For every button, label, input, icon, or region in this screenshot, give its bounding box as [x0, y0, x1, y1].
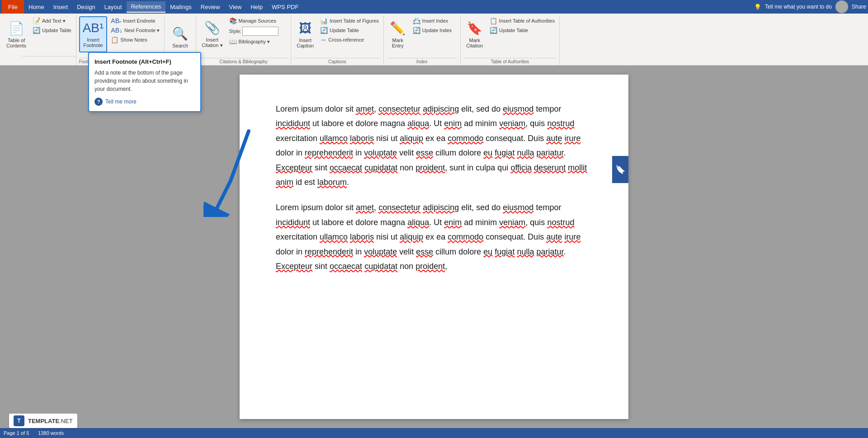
menu-references[interactable]: References [127, 1, 165, 13]
word-aliquip2: aliquip [400, 232, 423, 241]
show-notes-label: Show Notes [120, 37, 147, 42]
manage-sources-button[interactable]: 📚 Manage Sources [227, 16, 281, 25]
insert-caption-button[interactable]: 🖼 InsertCaption [294, 16, 316, 52]
toc-buttons: 📄 Table ofContents 📝 Add Text ▾ 🔄 Update… [4, 16, 73, 64]
update-table-auth-label: Update Table [499, 28, 528, 33]
insert-index-button[interactable]: 📇 Insert Index [411, 16, 453, 25]
user-avatar [835, 0, 848, 13]
bibliography-button[interactable]: 📖 Bibliography ▾ [227, 37, 281, 46]
word-aute2: aute [546, 232, 562, 241]
word-ullamco: ullamco [320, 134, 348, 143]
toc-sub-buttons: 📝 Add Text ▾ 🔄 Update Table [31, 16, 73, 35]
citations-sub: 📚 Manage Sources Style: 📖 Bibliography ▾ [227, 16, 281, 46]
word-excepteur: Excepteur [276, 163, 312, 172]
tell-me-input[interactable]: Tell me what you want to do [765, 4, 832, 10]
word-laborum: laborum [317, 178, 347, 187]
word-eiusmod2: eiusmod [503, 203, 533, 212]
bookmark-widget[interactable] [612, 156, 628, 183]
word-eiusmod: eiusmod [503, 104, 533, 113]
word-consectetur: consectetur [378, 104, 420, 113]
paragraph-2: Lorem ipsum dolor sit amet, consectetur … [276, 200, 592, 273]
insert-citation-label: InsertCitation ▾ [202, 37, 222, 48]
insert-table-auth-button[interactable]: 📋 Insert Table of Authorities [488, 16, 557, 25]
style-input[interactable] [242, 27, 278, 36]
word-fugiat2: fugiat [495, 247, 514, 256]
next-footnote-icon: AB↓ [111, 27, 123, 34]
menu-help[interactable]: Help [246, 2, 267, 12]
word-veniam: veniam [499, 119, 525, 128]
menu-home[interactable]: Home [24, 2, 49, 12]
mark-citation-button[interactable]: 🔖 MarkCitation [463, 16, 486, 52]
menu-review[interactable]: Review [196, 2, 225, 12]
insert-footnote-button[interactable]: AB¹ InsertFootnote [79, 16, 108, 52]
update-table-captions-button[interactable]: 🔄 Update Table [318, 26, 381, 35]
word-enim2: enim [444, 218, 462, 227]
group-table-of-contents: 📄 Table ofContents 📝 Add Text ▾ 🔄 Update… [1, 15, 76, 65]
menu-layout[interactable]: Layout [100, 2, 127, 12]
word-nostrud2: nostrud [547, 218, 574, 227]
word-proident2: proident [415, 262, 445, 271]
index-label-text: Index [416, 59, 427, 64]
menu-insert[interactable]: Insert [49, 2, 73, 12]
menu-mailings[interactable]: Mailings [165, 2, 196, 12]
insert-citation-icon: 📎 [204, 20, 220, 35]
search-button[interactable]: 🔍 Search [169, 19, 192, 55]
update-table-auth-button[interactable]: 🔄 Update Table [488, 26, 557, 35]
style-selector: Style: [227, 26, 281, 37]
tell-me-more-link[interactable]: ? Tell me more [94, 98, 195, 106]
update-index-label: Update Index [422, 28, 452, 33]
insert-endnote-label: Insert Endnote [123, 18, 156, 24]
authorities-label-text: Table of Authorities [491, 59, 529, 64]
menu-bar: File Home Insert Design Layout Reference… [0, 0, 868, 14]
index-group-label: Index [387, 58, 458, 64]
index-inner: ✏️ MarkEntry 📇 Insert Index 🔄 Update Ind… [387, 16, 458, 58]
update-auth-icon: 🔄 [490, 27, 497, 34]
next-footnote-label: Next Footnote ▾ [124, 28, 160, 33]
insert-index-icon: 📇 [413, 17, 420, 24]
add-text-button[interactable]: 📝 Add Text ▾ [31, 16, 73, 25]
insert-table-auth-label: Insert Table of Authorities [499, 18, 555, 24]
word-mollit: mollit [568, 163, 587, 172]
word-officia: officia [510, 163, 532, 172]
authorities-inner: 🔖 MarkCitation 📋 Insert Table of Authori… [463, 16, 557, 58]
word-adipiscing: adipiscing [423, 104, 459, 113]
update-toc-icon: 🔄 [33, 27, 40, 34]
insert-footnote-label: InsertFootnote [83, 37, 103, 48]
word-enim: enim [444, 119, 462, 128]
word-excepteur2: Excepteur [276, 262, 312, 271]
template-name: TEMPLATE.NET [28, 418, 73, 424]
menu-design[interactable]: Design [72, 2, 99, 12]
status-bar: Page 1 of 5 1380 words [0, 428, 868, 438]
menu-view[interactable]: View [224, 2, 246, 12]
word-aliqua2: aliqua [407, 218, 429, 227]
captions-inner: 🖼 InsertCaption 📊 Insert Table of Figure… [294, 16, 381, 58]
citations-inner: 📎 InsertCitation ▾ 📚 Manage Sources Styl… [199, 16, 288, 58]
bibliography-icon: 📖 [229, 38, 237, 45]
word-aliqua: aliqua [407, 119, 429, 128]
insert-table-figures-button[interactable]: 📊 Insert Table of Figures [318, 16, 381, 25]
menu-file[interactable]: File [2, 0, 24, 14]
cross-reference-button[interactable]: ↔ Cross-reference [318, 35, 381, 44]
word-reprehenderit2: reprehenderit [305, 247, 353, 256]
update-table-toc-button[interactable]: 🔄 Update Table [31, 26, 73, 35]
show-notes-icon: 📋 [111, 36, 118, 43]
share-button[interactable]: Share [852, 4, 866, 10]
show-notes-button[interactable]: 📋 Show Notes [109, 35, 161, 44]
next-footnote-button[interactable]: AB↓ Next Footnote ▾ [109, 26, 161, 35]
word-eu: eu [483, 148, 492, 157]
tooltip-title: Insert Footnote (Alt+Ctrl+F) [94, 58, 195, 65]
insert-caption-label: InsertCaption [297, 38, 314, 48]
manage-sources-icon: 📚 [229, 17, 237, 24]
bibliography-label: Bibliography ▾ [239, 39, 270, 45]
toc-icon: 📄 [9, 21, 24, 36]
update-index-button[interactable]: 🔄 Update Index [411, 26, 453, 35]
word-nostrud: nostrud [547, 119, 574, 128]
word-laboris2: laboris [350, 232, 374, 241]
authorities-sub: 📋 Insert Table of Authorities 🔄 Update T… [488, 16, 557, 35]
table-of-contents-button[interactable]: 📄 Table ofContents [4, 16, 29, 52]
menu-wps-pdf[interactable]: WPS PDF [267, 2, 303, 12]
mark-entry-button[interactable]: ✏️ MarkEntry [387, 16, 409, 52]
group-captions: 🖼 InsertCaption 📊 Insert Table of Figure… [291, 15, 384, 65]
insert-endnote-button[interactable]: ABᵣ Insert Endnote [109, 16, 161, 25]
insert-citation-button[interactable]: 📎 InsertCitation ▾ [199, 16, 225, 52]
